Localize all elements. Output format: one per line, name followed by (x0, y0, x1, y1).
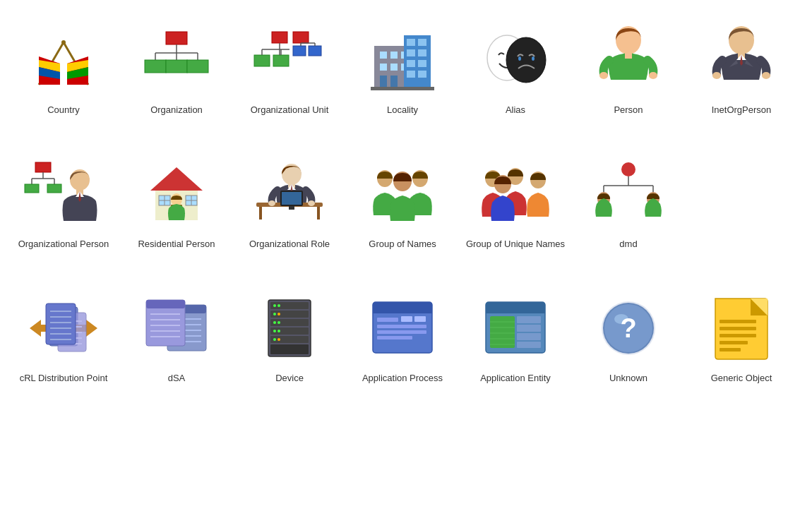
svg-point-157 (277, 304, 280, 307)
icon-application-process (360, 289, 445, 367)
label-dsa: dSA (168, 373, 186, 385)
item-organization[interactable]: Organization (120, 14, 233, 127)
label-application-process: Application Process (362, 373, 443, 385)
svg-rect-96 (282, 192, 301, 205)
icon-alias (473, 21, 558, 99)
svg-rect-174 (414, 316, 426, 322)
svg-rect-170 (377, 325, 426, 328)
item-locality[interactable]: Locality (346, 14, 459, 127)
label-country: Country (47, 104, 80, 116)
svg-rect-179 (517, 316, 541, 323)
icon-generic-object (699, 289, 784, 367)
svg-rect-9 (166, 32, 187, 44)
svg-rect-195 (720, 334, 756, 337)
svg-rect-44 (418, 49, 426, 56)
svg-rect-150 (270, 302, 309, 309)
svg-rect-33 (390, 52, 398, 59)
svg-rect-154 (270, 336, 309, 343)
svg-rect-72 (47, 184, 61, 193)
svg-point-98 (268, 200, 275, 206)
icon-group-of-unique-names (473, 155, 558, 233)
item-group-of-names[interactable]: Group of Names (346, 148, 459, 261)
item-generic-object[interactable]: Generic Object (685, 282, 798, 395)
svg-rect-193 (720, 320, 756, 323)
item-group-of-unique-names[interactable]: Group of Unique Names (459, 148, 572, 261)
svg-point-99 (308, 200, 315, 206)
label-dmd: dmd (619, 239, 637, 251)
svg-point-51 (506, 37, 546, 83)
svg-rect-169 (377, 318, 398, 322)
label-group-of-unique-names: Group of Unique Names (466, 239, 565, 251)
icon-locality (360, 21, 445, 99)
item-application-process[interactable]: Application Process (346, 282, 459, 395)
label-unknown: Unknown (609, 373, 647, 385)
item-alias[interactable]: Alias (459, 14, 572, 127)
label-group-of-names: Group of Names (369, 239, 436, 251)
item-person[interactable]: Person (572, 14, 685, 127)
svg-rect-93 (259, 207, 262, 220)
icon-dsa (134, 289, 219, 367)
label-organizational-person: Organizational Person (18, 239, 109, 251)
label-application-entity: Application Entity (480, 373, 551, 385)
label-generic-object: Generic Object (711, 373, 772, 385)
icon-crl-distribution-point (21, 289, 106, 367)
svg-rect-178 (490, 316, 515, 348)
svg-rect-23 (309, 46, 321, 56)
svg-rect-17 (187, 60, 208, 73)
svg-rect-38 (380, 76, 387, 88)
label-locality: Locality (387, 104, 418, 116)
label-organizational-role: Organizational Role (249, 239, 330, 251)
item-dsa[interactable]: dSA (120, 282, 233, 395)
icon-organizational-role (247, 155, 332, 233)
label-alias: Alias (506, 104, 525, 116)
item-residential-person[interactable]: Residential Person (120, 148, 233, 261)
svg-point-163 (277, 330, 280, 332)
item-application-entity[interactable]: Application Entity (459, 282, 572, 395)
label-person: Person (614, 104, 643, 116)
svg-rect-153 (270, 327, 309, 335)
label-inetorgperson: InetOrgPerson (712, 104, 772, 116)
svg-rect-181 (517, 333, 541, 340)
svg-rect-47 (407, 71, 415, 78)
svg-rect-41 (407, 39, 415, 46)
svg-point-165 (277, 338, 280, 341)
svg-rect-168 (373, 308, 432, 313)
svg-rect-19 (293, 32, 309, 43)
svg-rect-128 (46, 303, 76, 344)
svg-point-164 (273, 338, 276, 341)
item-organizational-role[interactable]: Organizational Role (233, 148, 346, 261)
svg-text:?: ? (620, 313, 636, 343)
svg-point-64 (712, 72, 721, 79)
svg-point-53 (532, 56, 535, 61)
item-organizational-unit[interactable]: Organizational Unit (233, 14, 346, 127)
item-unknown[interactable]: ? Unknown (572, 282, 685, 395)
svg-rect-182 (517, 342, 541, 348)
svg-rect-66 (35, 162, 51, 172)
svg-rect-16 (166, 60, 187, 73)
item-country[interactable]: Country (7, 14, 120, 127)
svg-point-52 (518, 56, 521, 61)
svg-rect-94 (317, 207, 320, 220)
svg-rect-45 (407, 60, 415, 67)
svg-point-158 (273, 313, 276, 315)
svg-rect-196 (720, 341, 748, 344)
svg-rect-197 (720, 348, 741, 351)
svg-point-57 (649, 72, 657, 79)
item-organizational-person[interactable]: Organizational Person (7, 148, 120, 261)
label-organizational-unit: Organizational Unit (251, 104, 329, 116)
item-inetorgperson[interactable]: InetOrgPerson (685, 14, 798, 127)
svg-rect-43 (407, 49, 415, 56)
item-device[interactable]: Device (233, 282, 346, 395)
svg-rect-32 (380, 52, 387, 59)
svg-rect-20 (254, 55, 270, 66)
icon-residential-person (134, 155, 219, 233)
item-dmd[interactable]: dmd (572, 148, 685, 261)
svg-rect-18 (272, 32, 287, 43)
icon-dmd (586, 155, 671, 233)
svg-point-160 (273, 321, 276, 324)
svg-rect-177 (486, 308, 545, 313)
svg-rect-180 (517, 325, 541, 332)
label-organization: Organization (150, 104, 203, 116)
svg-rect-173 (401, 316, 412, 322)
item-crl-distribution-point[interactable]: cRL Distribution Point (7, 282, 120, 395)
